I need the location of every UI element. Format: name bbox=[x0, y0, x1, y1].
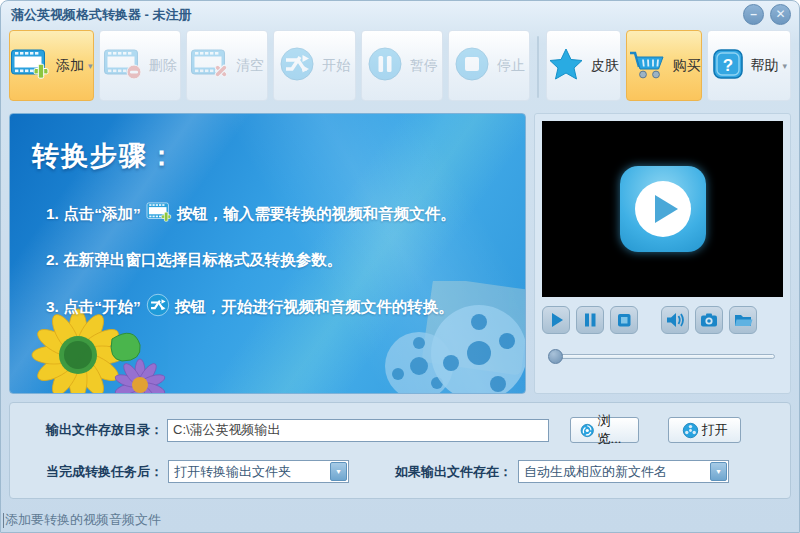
buy-button[interactable]: 购买 bbox=[626, 30, 702, 101]
minimize-button[interactable]: – bbox=[743, 4, 764, 25]
step-3: 3. 点击“开始” 按钮，开始进行视频和音频文件的转换。 bbox=[46, 293, 525, 321]
preview-panel bbox=[534, 113, 791, 394]
cart-icon bbox=[627, 46, 667, 85]
player-play-button[interactable] bbox=[542, 306, 570, 334]
star-icon bbox=[548, 47, 584, 84]
help-button[interactable]: ? 帮助 ▾ bbox=[707, 30, 791, 101]
browse-label: 浏览... bbox=[598, 412, 629, 448]
start-button: 开始 bbox=[273, 30, 355, 101]
player-stop-button[interactable] bbox=[610, 306, 638, 334]
big-play-button[interactable] bbox=[620, 166, 706, 252]
convert-start-icon bbox=[278, 45, 316, 86]
skin-label: 皮肤 bbox=[590, 57, 618, 75]
start-label: 开始 bbox=[322, 57, 350, 75]
camera-icon bbox=[698, 309, 720, 331]
play-icon bbox=[655, 195, 678, 223]
skin-button[interactable]: 皮肤 bbox=[546, 30, 621, 101]
output-settings-panel: 输出文件存放目录： 浏览... bbox=[9, 402, 791, 499]
output-dir-input[interactable] bbox=[167, 419, 549, 442]
output-dir-row: 输出文件存放目录： 浏览... bbox=[46, 417, 780, 443]
window-controls: – ✕ bbox=[743, 4, 791, 25]
play-circle bbox=[635, 181, 691, 237]
status-divider bbox=[3, 513, 4, 528]
pause-button: 暂停 bbox=[361, 30, 443, 101]
options-row: 当完成转换任务后： 打开转换输出文件夹 ▼ 如果输出文件存在： 自动生成相应的新… bbox=[46, 460, 780, 483]
status-bar: 添加要转换的视频音频文件 bbox=[1, 505, 799, 533]
film-clear-icon bbox=[190, 46, 230, 85]
open-label: 打开 bbox=[702, 421, 728, 439]
seek-track[interactable] bbox=[556, 354, 775, 359]
step-1-text-pre: 1. 点击“添加” bbox=[46, 204, 141, 225]
add-button[interactable]: 添加 ▾ bbox=[9, 30, 94, 101]
status-text: 添加要转换的视频音频文件 bbox=[5, 511, 161, 529]
app-window: 蒲公英视频格式转换器 - 未注册 – ✕ bbox=[0, 0, 800, 533]
browse-icon bbox=[580, 422, 595, 439]
film-add-icon bbox=[10, 46, 50, 85]
volume-icon bbox=[664, 309, 686, 331]
stop-icon bbox=[453, 45, 491, 86]
stop-icon bbox=[613, 309, 635, 331]
open-output-button[interactable]: 打开 bbox=[668, 417, 741, 443]
close-button[interactable]: ✕ bbox=[770, 4, 791, 25]
step-2: 2. 在新弹出窗口选择目标格式及转换参数。 bbox=[46, 250, 525, 271]
step-2-text: 2. 在新弹出窗口选择目标格式及转换参数。 bbox=[46, 250, 342, 271]
delete-button: 删除 bbox=[99, 30, 181, 101]
step-1: 1. 点击“添加” 按钮，输入需要转 bbox=[46, 200, 525, 228]
steps-list: 1. 点击“添加” 按钮，输入需要转 bbox=[46, 200, 525, 321]
pause-label: 暂停 bbox=[410, 57, 438, 75]
play-icon bbox=[545, 309, 567, 331]
step-3-text-post: 按钮，开始进行视频和音频文件的转换。 bbox=[175, 297, 454, 318]
chevron-down-icon: ▾ bbox=[88, 61, 93, 71]
toolbar: 添加 ▾ 删除 bbox=[1, 28, 799, 104]
film-add-icon bbox=[146, 200, 172, 228]
combo-arrow-icon[interactable]: ▼ bbox=[330, 462, 347, 481]
player-controls bbox=[542, 306, 783, 334]
svg-text:?: ? bbox=[722, 56, 732, 75]
seek-bar[interactable] bbox=[542, 349, 783, 365]
clear-label: 清空 bbox=[236, 57, 264, 75]
if-exists-value: 自动生成相应的新文件名 bbox=[519, 463, 689, 481]
after-task-select[interactable]: 打开转换输出文件夹 ▼ bbox=[168, 460, 349, 483]
steps-panel: 转换步骤： 1. 点击“添加” bbox=[9, 113, 526, 394]
title-bar: 蒲公英视频格式转换器 - 未注册 – ✕ bbox=[1, 1, 799, 28]
main-area: 转换步骤： 1. 点击“添加” bbox=[9, 113, 791, 394]
if-exists-label: 如果输出文件存在： bbox=[395, 463, 512, 481]
steps-heading: 转换步骤： bbox=[32, 138, 525, 174]
help-label: 帮助 bbox=[751, 57, 779, 75]
convert-start-icon bbox=[146, 293, 170, 321]
browse-button[interactable]: 浏览... bbox=[570, 417, 639, 443]
open-folder-button[interactable] bbox=[729, 306, 757, 334]
after-task-label: 当完成转换任务后： bbox=[46, 463, 163, 481]
after-task-value: 打开转换输出文件夹 bbox=[169, 463, 313, 481]
pause-icon bbox=[579, 309, 601, 331]
player-pause-button[interactable] bbox=[576, 306, 604, 334]
video-preview[interactable] bbox=[542, 121, 783, 297]
film-remove-icon bbox=[103, 46, 143, 85]
window-title: 蒲公英视频格式转换器 - 未注册 bbox=[11, 6, 192, 24]
pause-icon bbox=[366, 45, 404, 86]
combo-arrow-icon[interactable]: ▼ bbox=[710, 462, 727, 481]
step-1-text-post: 按钮，输入需要转换的视频和音频文件。 bbox=[177, 204, 456, 225]
delete-label: 删除 bbox=[149, 57, 177, 75]
step-3-text-pre: 3. 点击“开始” bbox=[46, 297, 141, 318]
toolbar-separator bbox=[537, 36, 539, 98]
if-exists-select[interactable]: 自动生成相应的新文件名 ▼ bbox=[518, 460, 729, 483]
clear-button: 清空 bbox=[186, 30, 268, 101]
buy-label: 购买 bbox=[673, 57, 701, 75]
volume-button[interactable] bbox=[661, 306, 689, 334]
add-label: 添加 bbox=[56, 57, 84, 75]
stop-label: 停止 bbox=[497, 57, 525, 75]
stop-button: 停止 bbox=[448, 30, 530, 101]
output-dir-label: 输出文件存放目录： bbox=[46, 421, 163, 439]
snapshot-button[interactable] bbox=[695, 306, 723, 334]
seek-knob[interactable] bbox=[548, 349, 563, 364]
help-icon: ? bbox=[711, 47, 745, 84]
folder-icon bbox=[732, 309, 754, 331]
film-reel-icon bbox=[682, 422, 699, 439]
chevron-down-icon: ▾ bbox=[783, 61, 788, 71]
